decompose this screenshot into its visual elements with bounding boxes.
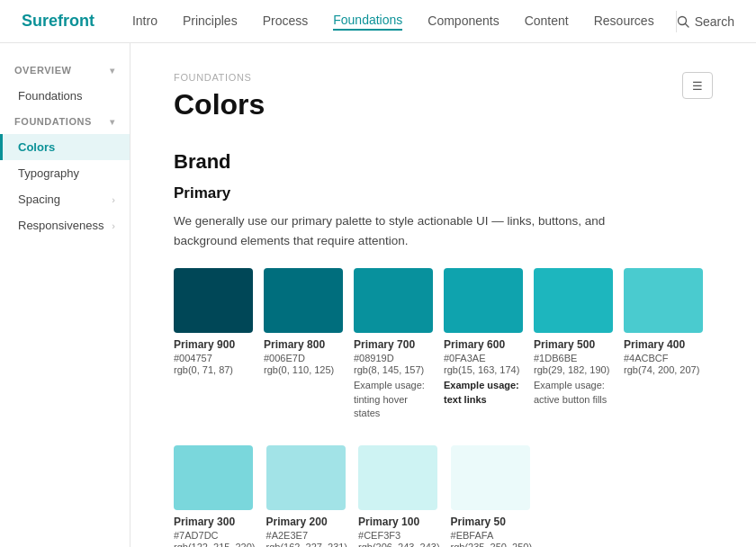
swatch-item: Primary 600#0FA3AErgb(15, 163, 174)Examp…: [444, 268, 523, 420]
page-title: Colors: [174, 88, 713, 121]
toc-icon: ☰: [692, 79, 703, 93]
swatch-label: Primary 300: [174, 516, 256, 528]
swatch-rgb: rgb(8, 145, 157): [354, 364, 433, 375]
swatch-hex: #006E7D: [264, 353, 343, 363]
swatch-item: Primary 800#006E7Drgb(0, 110, 125): [264, 268, 343, 420]
swatch-rgb: rgb(162, 227, 231): [266, 542, 348, 547]
sidebar-item-label: Foundations: [18, 89, 83, 103]
swatch-color-box: [358, 445, 437, 510]
swatch-label: Primary 800: [264, 338, 343, 351]
layout: OVERVIEW ▾ Foundations FOUNDATIONS ▾ Col…: [0, 43, 756, 547]
sidebar-item-label: Colors: [18, 140, 55, 154]
brand-section-title: Brand: [174, 150, 713, 174]
swatch-hex: #CEF3F3: [358, 530, 440, 541]
sidebar-item-label: Responsiveness: [18, 219, 104, 232]
nav-item-foundations[interactable]: Foundations: [333, 13, 402, 31]
nav-item-intro[interactable]: Intro: [132, 13, 158, 30]
swatch-hex: #4ACBCF: [624, 353, 703, 363]
swatch-label: Primary 50: [451, 516, 533, 528]
swatch-label: Primary 700: [354, 338, 433, 351]
swatch-rgb: rgb(74, 200, 207): [624, 364, 703, 375]
logo-prefix: Sure: [22, 12, 58, 30]
swatch-item: Primary 500#1DB6BErgb(29, 182, 190)Examp…: [534, 268, 613, 420]
swatch-rgb: rgb(122, 215, 220): [174, 542, 256, 547]
swatch-item: Primary 400#4ACBCFrgb(74, 200, 207): [624, 268, 703, 420]
sidebar-item-typography[interactable]: Typography: [0, 160, 130, 186]
logo-suffix: front: [58, 12, 94, 30]
swatch-color-box: [174, 268, 253, 333]
responsiveness-arrow-icon: ›: [112, 220, 115, 231]
overview-chevron-icon: ▾: [110, 66, 115, 76]
sidebar-item-spacing[interactable]: Spacing ›: [0, 186, 130, 212]
swatch-item: Primary 700#08919Drgb(8, 145, 157)Exampl…: [354, 268, 433, 420]
search-icon: [677, 15, 689, 28]
sidebar-item-label: Spacing: [18, 193, 60, 206]
swatch-color-box: [264, 268, 343, 333]
nav-item-process[interactable]: Process: [263, 13, 309, 30]
primary-subsection-title: Primary: [174, 184, 713, 202]
foundations-label: FOUNDATIONS: [14, 116, 92, 127]
swatch-label: Primary 500: [534, 338, 613, 351]
swatch-hex: #7AD7DC: [174, 530, 256, 541]
sidebar-overview-header[interactable]: OVERVIEW ▾: [0, 58, 130, 83]
sidebar-item-colors[interactable]: Colors: [0, 134, 130, 160]
swatch-color-box: [444, 268, 523, 333]
swatch-label: Primary 200: [266, 516, 348, 528]
primary-description: We generally use our primary palette to …: [174, 211, 642, 250]
foundations-chevron-icon: ▾: [110, 117, 115, 127]
swatch-item: Primary 50#EBFAFArgb(235, 250, 250)Examp…: [451, 445, 533, 547]
swatch-item: Primary 200#A2E3E7rgb(162, 227, 231): [266, 445, 348, 547]
swatch-color-box: [451, 445, 530, 510]
header: Surefront Intro Principles Process Found…: [0, 0, 756, 43]
swatch-item: Primary 100#CEF3F3rgb(206, 243, 243)Exam…: [358, 445, 440, 547]
swatch-item: Primary 300#7AD7DCrgb(122, 215, 220): [174, 445, 256, 547]
spacing-arrow-icon: ›: [112, 194, 115, 205]
nav-item-content[interactable]: Content: [525, 13, 569, 30]
swatch-color-box: [174, 445, 253, 510]
swatch-color-box: [534, 268, 613, 333]
swatch-label: Primary 900: [174, 338, 253, 351]
sidebar-item-responsiveness[interactable]: Responsiveness ›: [0, 212, 130, 238]
nav: Intro Principles Process Foundations Com…: [132, 13, 654, 31]
svg-line-1: [685, 23, 688, 27]
search-label: Search: [695, 14, 734, 29]
swatch-rgb: rgb(206, 243, 243): [358, 542, 440, 547]
swatch-rgb: rgb(0, 110, 125): [264, 364, 343, 375]
main-content: ☰ FOUNDATIONS Colors Brand Primary We ge…: [130, 43, 756, 547]
swatch-hex: #1DB6BE: [534, 353, 613, 363]
swatch-usage: Example usage: active button fills: [534, 379, 613, 407]
swatch-hex: #EBFAFA: [451, 530, 533, 541]
nav-item-resources[interactable]: Resources: [594, 13, 654, 30]
breadcrumb: FOUNDATIONS: [174, 72, 713, 83]
swatch-color-box: [266, 445, 346, 510]
sidebar-item-label: Typography: [18, 166, 79, 180]
nav-item-principles[interactable]: Principles: [183, 13, 238, 30]
search-button[interactable]: Search: [677, 14, 734, 29]
swatch-color-box: [624, 268, 703, 333]
swatch-label: Primary 600: [444, 338, 523, 351]
swatch-item: Primary 900#004757rgb(0, 71, 87): [174, 268, 253, 420]
swatch-hex: #08919D: [354, 353, 433, 363]
primary-swatches-row1: Primary 900#004757rgb(0, 71, 87)Primary …: [174, 268, 713, 420]
logo: Surefront: [22, 12, 94, 31]
sidebar-item-foundations-overview[interactable]: Foundations: [0, 83, 130, 109]
swatch-hex: #A2E3E7: [266, 530, 348, 541]
sidebar: OVERVIEW ▾ Foundations FOUNDATIONS ▾ Col…: [0, 43, 130, 547]
overview-label: OVERVIEW: [14, 65, 72, 76]
swatch-hex: #0FA3AE: [444, 353, 523, 363]
swatch-hex: #004757: [174, 353, 253, 363]
swatch-rgb: rgb(0, 71, 87): [174, 364, 253, 375]
toc-button[interactable]: ☰: [682, 72, 713, 99]
swatch-rgb: rgb(235, 250, 250): [451, 542, 533, 547]
primary-swatches-row2: Primary 300#7AD7DCrgb(122, 215, 220)Prim…: [174, 445, 713, 547]
sidebar-foundations-header[interactable]: FOUNDATIONS ▾: [0, 109, 130, 134]
swatch-label: Primary 400: [624, 338, 703, 351]
swatch-usage: Example usage: tinting hover states: [354, 379, 433, 420]
swatch-color-box: [354, 268, 433, 333]
nav-item-components[interactable]: Components: [428, 13, 499, 30]
swatch-rgb: rgb(15, 163, 174): [444, 364, 523, 375]
swatch-rgb: rgb(29, 182, 190): [534, 364, 613, 375]
swatch-label: Primary 100: [358, 516, 440, 528]
swatch-usage: Example usage: text links: [444, 379, 523, 407]
